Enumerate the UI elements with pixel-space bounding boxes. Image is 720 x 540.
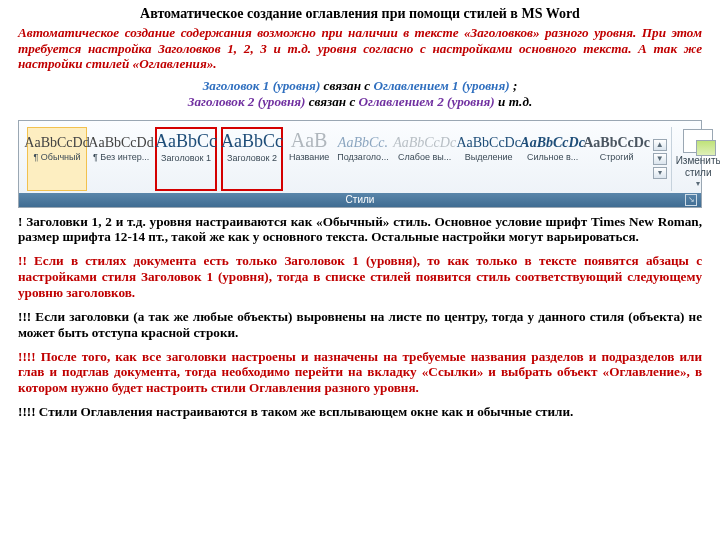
- gallery-scroll[interactable]: ▲ ▼ ▾: [653, 127, 667, 191]
- link-word: связан с: [324, 78, 374, 93]
- note-5: !!!! Стили Оглавления настраиваются в та…: [18, 404, 702, 420]
- note-3: !!! Если заголовки (а так же любые объек…: [18, 309, 702, 341]
- dialog-launcher-icon[interactable]: ↘: [685, 194, 697, 206]
- style-sample: AaBbCc: [158, 131, 214, 153]
- heading-2-label: Заголовок 2 (уровня): [188, 94, 306, 109]
- note-1: ! Заголовки 1, 2 и т.д. уровня настраива…: [18, 214, 702, 246]
- style-sample: AaBbCc: [224, 131, 280, 153]
- style-normal[interactable]: AaBbCcDd ¶ Обычный: [27, 127, 87, 191]
- link-word: связан с: [309, 94, 359, 109]
- style-sample: AaBbCcDc: [461, 130, 517, 152]
- scroll-more-icon[interactable]: ▾: [653, 167, 667, 179]
- style-sample: AaBbCcDc: [397, 130, 453, 152]
- group-name: Стили: [346, 194, 375, 205]
- style-sample: AaBbCcDc: [525, 130, 581, 152]
- toc-1-label: Оглавлением 1 (уровня): [373, 78, 509, 93]
- word-styles-ribbon: AaBbCcDd ¶ Обычный AaBbCcDd ¶ Без интер.…: [18, 120, 702, 208]
- punct: ;: [513, 78, 517, 93]
- note-2: !! Если в стилях документа есть только З…: [18, 253, 702, 301]
- style-title[interactable]: AaB Название: [287, 127, 331, 191]
- style-emphasis[interactable]: AaBbCcDc Выделение: [459, 127, 519, 191]
- toc-2-label: Оглавлением 2 (уровня): [359, 94, 495, 109]
- style-name: Название: [289, 152, 329, 163]
- punct: и т.д.: [498, 94, 532, 109]
- style-sample: AaBbCcDc: [589, 130, 645, 152]
- style-name: Строгий: [589, 152, 645, 163]
- style-heading-2[interactable]: AaBbCc Заголовок 2: [221, 127, 283, 191]
- heading-1-label: Заголовок 1 (уровня): [203, 78, 321, 93]
- styles-gallery: AaBbCcDd ¶ Обычный AaBbCcDd ¶ Без интер.…: [19, 121, 701, 193]
- style-name: Заголовок 2: [224, 153, 280, 164]
- scroll-up-icon[interactable]: ▲: [653, 139, 667, 151]
- style-name: Выделение: [461, 152, 517, 163]
- style-heading-1[interactable]: AaBbCc Заголовок 1: [155, 127, 217, 191]
- change-styles-label: Изменить стили: [676, 155, 720, 179]
- mapping-line-1: Заголовок 1 (уровня) связан с Оглавление…: [18, 78, 702, 94]
- style-sample: AaBbCc.: [337, 130, 388, 152]
- style-name: Заголовок 1: [158, 153, 214, 164]
- chevron-down-icon: ▾: [676, 179, 720, 189]
- mapping-line-2: Заголовок 2 (уровня) связан с Оглавление…: [18, 94, 702, 110]
- note-4: !!!! После того, как все заголовки настр…: [18, 349, 702, 397]
- style-name: ¶ Обычный: [29, 152, 85, 163]
- style-subtitle[interactable]: AaBbCc. Подзаголо...: [335, 127, 390, 191]
- style-sample: AaB: [289, 130, 329, 152]
- intro-paragraph: Автоматическое создание содержания возмо…: [18, 25, 702, 73]
- scroll-down-icon[interactable]: ▼: [653, 153, 667, 165]
- page-title: Автоматическое создание оглавления при п…: [18, 6, 702, 23]
- style-strong[interactable]: AaBbCcDc Сильное в...: [523, 127, 583, 191]
- style-name: Слабое вы...: [397, 152, 453, 163]
- style-no-spacing[interactable]: AaBbCcDd ¶ Без интер...: [91, 127, 151, 191]
- style-weak-emphasis[interactable]: AaBbCcDc Слабое вы...: [395, 127, 455, 191]
- style-name: Подзаголо...: [337, 152, 388, 163]
- style-sample: AaBbCcDd: [93, 130, 149, 152]
- style-name: Сильное в...: [525, 152, 581, 163]
- change-styles-icon: [683, 129, 713, 153]
- style-strict[interactable]: AaBbCcDc Строгий: [587, 127, 647, 191]
- change-styles-button[interactable]: Изменить стили ▾: [671, 127, 720, 191]
- style-name: ¶ Без интер...: [93, 152, 149, 163]
- ribbon-group-label: Стили ↘: [19, 193, 701, 207]
- style-sample: AaBbCcDd: [29, 130, 85, 152]
